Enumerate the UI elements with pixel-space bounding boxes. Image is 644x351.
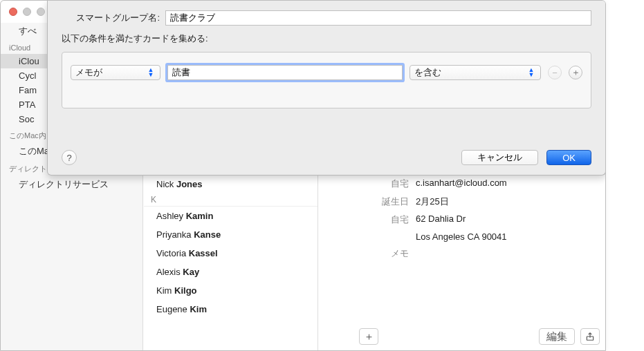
detail-value: 62 Dahlia Dr bbox=[416, 214, 605, 226]
contact-detail: 自宅c.isanhart@icloud.com 誕生日2月25日 自宅62 Da… bbox=[319, 175, 605, 350]
window-close[interactable] bbox=[9, 8, 17, 16]
detail-label: メモ bbox=[319, 247, 416, 260]
detail-value: c.isanhart@icloud.com bbox=[416, 178, 605, 190]
ok-button[interactable]: OK bbox=[546, 150, 591, 165]
detail-value: 2月25日 bbox=[416, 196, 605, 208]
plus-icon: ＋ bbox=[571, 66, 580, 79]
smart-group-name-input[interactable] bbox=[165, 10, 591, 26]
share-button[interactable] bbox=[580, 328, 600, 345]
list-item[interactable]: Ashley Kamin bbox=[144, 207, 318, 225]
detail-label: 誕生日 bbox=[319, 196, 416, 208]
add-button[interactable]: ＋ bbox=[359, 328, 378, 345]
list-item[interactable]: Eugene Kim bbox=[144, 300, 318, 319]
conditions-box: メモが を含む − ＋ bbox=[62, 52, 591, 108]
field-popup[interactable]: メモが bbox=[71, 65, 160, 80]
sidebar-item[interactable]: ディレクトリサービス bbox=[1, 176, 142, 193]
detail-label bbox=[319, 231, 416, 242]
plus-icon: ＋ bbox=[364, 330, 374, 343]
match-value-input[interactable] bbox=[167, 65, 403, 80]
chevron-updown-icon bbox=[526, 67, 536, 78]
contacts-list: Nick Jones K Ashley Kamin Priyanka Kanse… bbox=[144, 175, 318, 350]
list-section-header: K bbox=[144, 193, 318, 207]
chevron-updown-icon bbox=[146, 67, 156, 78]
window-minimize[interactable] bbox=[23, 8, 31, 16]
conditions-label: 以下の条件を満たすカードを集める: bbox=[62, 32, 214, 45]
remove-condition-button[interactable]: − bbox=[548, 66, 562, 79]
list-item[interactable]: Nick Jones bbox=[144, 175, 318, 193]
share-icon bbox=[585, 332, 595, 341]
list-item[interactable]: Priyanka Kanse bbox=[144, 225, 318, 244]
add-condition-button[interactable]: ＋ bbox=[569, 66, 582, 79]
edit-button[interactable]: 編集 bbox=[539, 328, 575, 345]
detail-label: 自宅 bbox=[319, 178, 416, 190]
detail-label: 自宅 bbox=[319, 214, 416, 226]
detail-value bbox=[416, 247, 605, 260]
window-zoom[interactable] bbox=[37, 8, 45, 16]
list-item[interactable]: Victoria Kassel bbox=[144, 244, 318, 263]
operator-popup[interactable]: を含む bbox=[410, 65, 541, 80]
name-label: スマートグループ名: bbox=[62, 12, 165, 24]
list-item[interactable]: Alexis Kay bbox=[144, 263, 318, 281]
smart-group-sheet: スマートグループ名: 以下の条件を満たすカードを集める: メモが を含む − ＋ bbox=[47, 1, 606, 176]
list-item[interactable]: Kim Kilgo bbox=[144, 281, 318, 300]
help-button[interactable]: ? bbox=[62, 150, 77, 165]
detail-value: Los Angeles CA 90041 bbox=[416, 231, 605, 242]
minus-icon: − bbox=[552, 68, 558, 78]
cancel-button[interactable]: キャンセル bbox=[461, 150, 538, 165]
